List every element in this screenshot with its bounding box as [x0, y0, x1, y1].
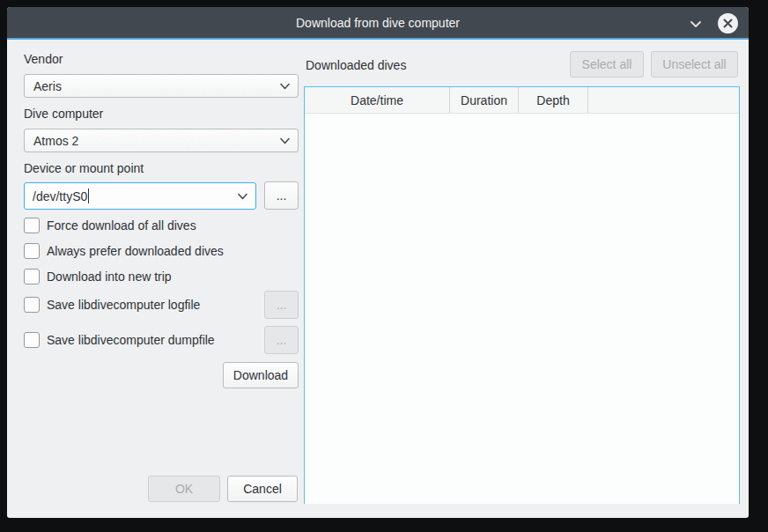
download-button[interactable]: Download — [223, 362, 299, 388]
downloaded-dives-table: Date/time Duration Depth — [304, 86, 740, 504]
column-header-empty[interactable] — [588, 87, 739, 113]
chevron-down-icon — [280, 82, 290, 91]
column-header-duration[interactable]: Duration — [450, 87, 519, 113]
vendor-label: Vendor — [24, 52, 63, 66]
force-download-checkbox[interactable] — [24, 218, 40, 233]
dive-computer-select-value: Atmos 2 — [33, 134, 78, 148]
table-body-empty[interactable] — [305, 114, 739, 504]
downloaded-dives-label: Downloaded dives — [306, 58, 406, 72]
chevron-down-icon[interactable] — [238, 192, 247, 201]
checkbox-label: Save libdivecomputer logfile — [47, 298, 200, 312]
table-header-row: Date/time Duration Depth — [305, 87, 739, 114]
window-title: Download from dive computer — [296, 16, 460, 30]
select-all-button[interactable]: Select all — [570, 51, 644, 78]
vendor-select-value: Aeris — [33, 79, 62, 93]
new-trip-row: Download into new trip — [24, 269, 172, 284]
column-header-datetime[interactable]: Date/time — [305, 87, 450, 113]
download-dialog: Download from dive computer Vendor Aeris… — [7, 7, 749, 518]
titlebar[interactable]: Download from dive computer — [7, 7, 749, 40]
device-input[interactable]: /dev/ttyS0 — [24, 182, 256, 210]
force-download-row: Force download of all dives — [24, 218, 196, 233]
prefer-downloaded-checkbox[interactable] — [24, 243, 40, 259]
dive-computer-label: Dive computer — [24, 107, 103, 121]
device-browse-button[interactable]: ... — [264, 181, 299, 210]
save-logfile-checkbox[interactable] — [24, 297, 40, 313]
close-icon[interactable] — [718, 13, 738, 33]
prefer-downloaded-row: Always prefer downloaded dives — [24, 243, 224, 259]
checkbox-label: Force download of all dives — [47, 218, 196, 233]
vendor-select[interactable]: Aeris — [24, 74, 299, 98]
save-dumpfile-row: Save libdivecomputer dumpfile — [24, 332, 215, 348]
chevron-down-icon[interactable] — [689, 17, 703, 31]
save-logfile-row: Save libdivecomputer logfile — [24, 297, 200, 313]
checkbox-label: Download into new trip — [47, 270, 172, 284]
cancel-button[interactable]: Cancel — [227, 476, 298, 502]
logfile-browse-button[interactable]: ... — [264, 291, 299, 319]
ok-button[interactable]: OK — [148, 476, 220, 502]
column-header-depth[interactable]: Depth — [519, 87, 588, 113]
chevron-down-icon — [280, 137, 290, 145]
dive-computer-select[interactable]: Atmos 2 — [24, 129, 299, 152]
new-trip-checkbox[interactable] — [24, 269, 40, 284]
device-input-value: /dev/ttyS0 — [33, 189, 87, 203]
checkbox-label: Save libdivecomputer dumpfile — [47, 333, 215, 347]
text-cursor — [88, 188, 89, 203]
unselect-all-button[interactable]: Unselect all — [651, 51, 738, 78]
dumpfile-browse-button[interactable]: ... — [264, 326, 299, 354]
save-dumpfile-checkbox[interactable] — [24, 332, 40, 348]
checkbox-label: Always prefer downloaded dives — [47, 244, 224, 258]
device-label: Device or mount point — [24, 161, 144, 175]
